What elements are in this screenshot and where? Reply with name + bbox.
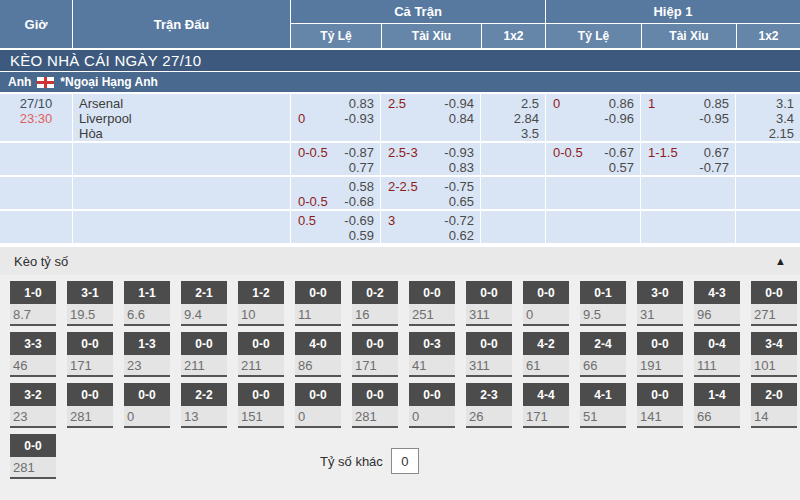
odds-cell[interactable]: 2.5-0.940.84 <box>380 94 480 141</box>
score-cell[interactable]: 0-0271 <box>751 281 797 326</box>
odds-value: -0.68 <box>344 194 374 209</box>
score-cell[interactable]: 2-014 <box>751 383 797 428</box>
score-odds: 11 <box>295 304 341 324</box>
score-cell[interactable]: 0-0311 <box>466 281 512 326</box>
score-label: 3-4 <box>751 332 797 355</box>
odds-cell[interactable]: 0.830-0.93 <box>290 94 380 141</box>
score-cell[interactable]: 3-346 <box>10 332 56 377</box>
odds-cell[interactable]: 2.5-3-0.930.83 <box>380 143 480 175</box>
odds-cell[interactable]: 0-0.5-0.670.57 <box>545 143 640 175</box>
score-cell[interactable]: 0-0251 <box>409 281 455 326</box>
teams-cell <box>72 177 290 209</box>
score-label: 0-0 <box>67 383 113 406</box>
score-cell[interactable]: 4-261 <box>523 332 569 377</box>
score-cell[interactable]: 0-0311 <box>466 332 512 377</box>
score-cell[interactable]: 0-216 <box>352 281 398 326</box>
score-odds: 16 <box>352 304 398 324</box>
odds-cell[interactable]: 10.85-0.95 <box>640 94 735 141</box>
odds-cell[interactable]: 3-0.720.62 <box>380 211 480 243</box>
odds-value: 3.4 <box>776 111 794 126</box>
score-cell[interactable]: 1-210 <box>238 281 284 326</box>
score-cell[interactable]: 2-326 <box>466 383 512 428</box>
score-cell[interactable]: 1-16.6 <box>124 281 170 326</box>
score-label: 4-2 <box>523 332 569 355</box>
score-cell[interactable]: 4-086 <box>295 332 341 377</box>
score-cell[interactable]: 0-19.5 <box>580 281 626 326</box>
score-label: 4-4 <box>523 383 569 406</box>
odds-cell[interactable]: 1-1.50.67-0.77 <box>640 143 735 175</box>
handicap-value: 0 <box>298 111 305 126</box>
league-name: *Ngoại Hạng Anh <box>60 75 158 89</box>
score-cell[interactable]: 0-0281 <box>352 383 398 428</box>
odds-value: -0.95 <box>699 111 729 126</box>
score-cell[interactable]: 2-466 <box>580 332 626 377</box>
handicap-value: 2.5-3 <box>388 145 418 160</box>
score-odds: 101 <box>751 355 797 375</box>
odds-cell[interactable]: 0-0.5-0.870.77 <box>290 143 380 175</box>
score-cell[interactable]: 3-4101 <box>751 332 797 377</box>
odds-value: 0.83 <box>449 160 474 175</box>
score-odds: 111 <box>694 355 740 375</box>
score-label: 0-0 <box>352 332 398 355</box>
odds-cell <box>545 211 640 243</box>
odds-cell[interactable]: 0.580-0.5-0.68 <box>290 177 380 209</box>
score-cell[interactable]: 2-19.4 <box>181 281 227 326</box>
score-cell[interactable]: 0-0171 <box>67 332 113 377</box>
score-cell[interactable]: 0-0141 <box>637 383 683 428</box>
match-date: 27/10 <box>0 96 72 111</box>
score-label: 1-2 <box>238 281 284 304</box>
handicap-value: 0-0.5 <box>298 194 328 209</box>
teams-cell <box>72 143 290 175</box>
score-label: 0-0 <box>466 281 512 304</box>
score-cell[interactable]: 3-223 <box>10 383 56 428</box>
other-score-input[interactable] <box>391 448 419 474</box>
odds-cell[interactable]: 2-2.5-0.750.65 <box>380 177 480 209</box>
match-time-cell <box>0 143 72 175</box>
odds-rows: 27/1023:30ArsenalLiverpoolHòa0.830-0.932… <box>0 94 800 245</box>
score-label: 0-0 <box>181 332 227 355</box>
collapse-caret-icon[interactable]: ▲ <box>775 256 786 267</box>
score-cell[interactable]: 0-00 <box>124 383 170 428</box>
score-cell[interactable]: 0-0281 <box>10 434 56 479</box>
odds-line: 2.5-3-0.93 <box>388 145 474 160</box>
score-cell[interactable]: 0-011 <box>295 281 341 326</box>
odds-line: -0.77 <box>648 160 729 175</box>
score-cell[interactable]: 0-0171 <box>352 332 398 377</box>
score-cell[interactable]: 0-0281 <box>67 383 113 428</box>
score-cell[interactable]: 0-4111 <box>694 332 740 377</box>
score-cell[interactable]: 4-396 <box>694 281 740 326</box>
score-cell[interactable]: 0-0211 <box>181 332 227 377</box>
odds-value: -0.96 <box>604 111 634 126</box>
score-cell[interactable]: 0-00 <box>409 383 455 428</box>
odds-line: -0.96 <box>553 111 634 126</box>
odds-row: 0.580-0.5-0.682-2.5-0.750.65 <box>0 177 800 211</box>
score-cell[interactable]: 0-0191 <box>637 332 683 377</box>
odds-line: 2.84 <box>488 111 539 126</box>
score-cell[interactable]: 3-031 <box>637 281 683 326</box>
score-cell[interactable]: 1-323 <box>124 332 170 377</box>
score-cell[interactable]: 0-341 <box>409 332 455 377</box>
score-cell[interactable]: 3-119.5 <box>67 281 113 326</box>
league-bar: Anh *Ngoại Hạng Anh <box>0 72 800 92</box>
score-cell[interactable]: 2-213 <box>181 383 227 428</box>
score-odds: 46 <box>10 355 56 375</box>
odds-line: 0-0.5-0.68 <box>298 194 374 209</box>
odds-cell[interactable]: 0.5-0.690.59 <box>290 211 380 243</box>
score-cell[interactable]: 4-4171 <box>523 383 569 428</box>
score-cell[interactable]: 1-466 <box>694 383 740 428</box>
odds-value: -0.67 <box>604 145 634 160</box>
score-cell[interactable]: 4-151 <box>580 383 626 428</box>
score-cell[interactable]: 0-00 <box>295 383 341 428</box>
col-header-tran-dau-label: Trận Đấu <box>154 17 210 32</box>
score-odds: 66 <box>694 406 740 426</box>
odds-value: -0.72 <box>444 213 474 228</box>
odds-cell[interactable]: 2.52.843.5 <box>480 94 545 141</box>
odds-cell[interactable]: 00.86-0.96 <box>545 94 640 141</box>
score-cell[interactable]: 1-08.7 <box>10 281 56 326</box>
odds-value: -0.94 <box>444 96 474 111</box>
score-cell[interactable]: 0-0211 <box>238 332 284 377</box>
score-odds: 51 <box>580 406 626 426</box>
odds-cell[interactable]: 3.13.42.15 <box>735 94 800 141</box>
score-cell[interactable]: 0-00 <box>523 281 569 326</box>
score-cell[interactable]: 0-0151 <box>238 383 284 428</box>
